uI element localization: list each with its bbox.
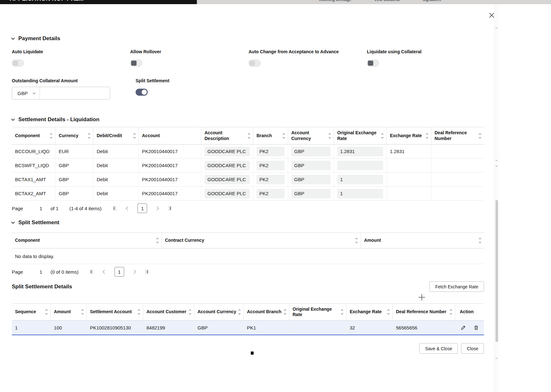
section-header-split-settlement[interactable]: Split Settlement [12,219,484,226]
outstanding-collateral-group: Outstanding Collateral Amount GBP [12,78,136,100]
col-account-description[interactable]: Account Description [201,127,253,144]
col-contract-currency[interactable]: Contract Currency [161,233,361,248]
top-bar-link[interactable]: Signatures [423,0,441,2]
pencil-icon [460,325,466,330]
sort-icon[interactable] [479,238,481,243]
table-row: BCCOUR_LIQD EUR Debit PK20010440017 GOOD… [12,144,484,159]
sort-icon[interactable] [189,310,191,314]
app-header-strip: APPLICATION NO:- PK2... Incoming Message… [0,0,551,4]
current-page[interactable]: 1 [115,267,124,277]
pagination: Page 1 (0 of 0 items) 1 [12,267,484,277]
sort-icon[interactable] [88,134,90,138]
prev-page-button[interactable] [103,270,107,274]
scroll-down-icon[interactable] [495,165,497,166]
items-count-label: (0 of 0 items) [50,269,78,275]
sort-icon[interactable] [138,310,140,314]
edit-row-button[interactable] [460,324,466,331]
col-deal-reference-number[interactable]: Deal Reference Number [431,127,484,144]
sort-icon[interactable] [283,134,285,138]
account-value: PK20010440017 [142,177,178,182]
sort-icon[interactable] [426,134,428,138]
last-page-button[interactable] [143,269,149,274]
col-account-currency[interactable]: Account Currency [194,304,243,320]
sort-icon[interactable] [134,134,135,138]
auto-liquidate-toggle[interactable] [12,60,24,67]
col-currency[interactable]: Currency [55,127,93,144]
sort-icon[interactable] [329,134,331,138]
col-account[interactable]: Account [138,127,201,144]
chevron-down-icon [11,117,15,121]
col-settlement-account[interactable]: Settlement Account [86,304,143,320]
disabled-field: GOODCARE PLC [205,175,250,184]
sort-icon[interactable] [248,134,250,138]
next-page-button[interactable] [155,206,159,211]
sort-icon[interactable] [388,310,389,314]
col-account-customer[interactable]: Account Customer [143,304,194,320]
add-row-button[interactable] [417,292,427,302]
outstanding-collateral-amount-input[interactable] [40,87,110,99]
sort-icon[interactable] [450,310,452,314]
col-debit-credit[interactable]: Debit/Credit [93,127,138,144]
sort-icon[interactable] [50,134,52,138]
col-deal-reference-number[interactable]: Deal Reference Number [392,304,455,320]
first-page-button[interactable] [90,269,95,274]
liquidate-collateral-label: Liquidate using Collateral [367,49,484,55]
toggle-knob [13,61,18,66]
next-page-button[interactable] [132,270,136,274]
current-page[interactable]: 1 [138,203,147,213]
col-exchange-rate[interactable]: Exchange Rate [346,304,392,320]
auto-change-toggle[interactable] [249,60,261,67]
sort-icon[interactable] [382,134,383,138]
scroll-up-icon[interactable] [495,27,497,29]
payment-toggles-row: Auto Liquidate Allow Rollover Auto Chang… [12,49,484,67]
col-account-currency[interactable]: Account Currency [288,127,334,144]
scrollbar[interactable] [494,4,499,392]
disabled-field: GOODCARE PLC [205,189,250,198]
sort-icon[interactable] [341,310,343,314]
col-amount[interactable]: Amount [361,233,484,248]
section-header-settlement-liquidation[interactable]: Settlement Details - Liquidation [12,116,484,123]
top-bar-link[interactable]: View Collateral [374,0,400,2]
scrollbar-thumb[interactable] [495,200,498,342]
col-branch[interactable]: Branch [253,127,288,144]
col-component[interactable]: Component [12,127,55,144]
disabled-field: 1 [337,189,383,198]
sort-icon[interactable] [479,134,481,138]
split-settlement-toggle[interactable] [136,89,148,96]
section-header-payment-details[interactable]: Payment Details [12,35,484,42]
liquidate-collateral-toggle[interactable] [367,60,379,67]
prev-page-button[interactable] [126,206,130,211]
outstanding-collateral-label: Outstanding Collateral Amount [12,78,136,84]
col-component[interactable]: Component [12,233,161,248]
page-label: Page [12,269,23,275]
save-and-close-button[interactable]: Save & Close [419,343,458,354]
last-page-button[interactable] [167,206,172,211]
sort-icon[interactable] [82,310,83,314]
auto-liquidate-label: Auto Liquidate [12,49,130,55]
sort-icon[interactable] [46,310,47,314]
allow-rollover-toggle[interactable] [130,60,142,67]
delete-row-button[interactable] [473,324,480,331]
empty-table-row: No data to display. [12,248,484,264]
footer-close-button[interactable]: Close [461,343,484,354]
col-exchange-rate[interactable]: Exchange Rate [386,127,431,144]
col-amount[interactable]: Amount [50,304,86,320]
first-page-button[interactable] [113,206,118,211]
sort-icon[interactable] [239,310,240,314]
sort-icon[interactable] [157,238,158,243]
col-account-branch[interactable]: Account Branch [243,304,289,320]
scroll-down-icon[interactable] [495,357,497,359]
col-original-exchange-rate[interactable]: Original Exchange Rate [334,127,386,144]
top-bar-link[interactable]: Incoming Message [319,0,351,2]
sort-icon[interactable] [356,238,357,243]
sort-icon[interactable] [284,310,286,314]
table-row: BCTAX2_AMT GBP Debit PK20010440017 GOODC… [12,187,484,201]
fetch-exchange-rate-button[interactable]: Fetch Exchange Rate [429,281,484,292]
scroll-up-icon[interactable] [495,160,497,162]
col-sequence[interactable]: Sequence [12,304,50,320]
col-original-exchange-rate[interactable]: Original Exchange Rate [289,304,346,320]
table-row-selected[interactable]: 1 100 PK1002810905130 8482199 GBP PK1 32… [12,321,484,335]
currency-select[interactable]: GBP [12,87,40,99]
toggle-knob [142,90,147,95]
plus-icon [418,293,426,301]
